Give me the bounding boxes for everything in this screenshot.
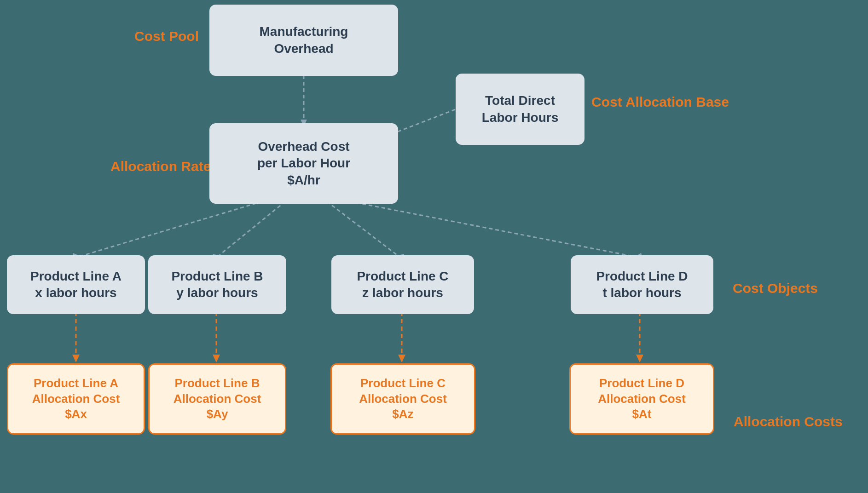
product-line-c-box: Product Line Cz labor hours bbox=[331, 255, 474, 314]
diagram: Cost Pool ManufacturingOverhead Total Di… bbox=[0, 0, 868, 493]
product-line-a-box: Product Line Ax labor hours bbox=[7, 255, 145, 314]
alloc-d-box: Product Line DAllocation Cost$At bbox=[569, 363, 714, 435]
alloc-c-box: Product Line CAllocation Cost$Az bbox=[330, 363, 475, 435]
overhead-cost-box: Overhead Costper Labor Hour$A/hr bbox=[209, 123, 398, 204]
product-line-b-box: Product Line By labor hours bbox=[148, 255, 286, 314]
allocation-rate-label: Allocation Rate bbox=[110, 159, 211, 174]
svg-line-10 bbox=[350, 201, 640, 258]
svg-line-8 bbox=[327, 201, 400, 258]
alloc-b-box: Product Line BAllocation Cost$Ay bbox=[148, 363, 286, 435]
total-direct-labor-box: Total DirectLabor Hours bbox=[456, 74, 584, 145]
svg-marker-15 bbox=[213, 355, 220, 362]
alloc-d-text: Product Line DAllocation Cost$At bbox=[598, 376, 686, 422]
product-line-a-text: Product Line Ax labor hours bbox=[30, 268, 122, 302]
cost-pool-label: Cost Pool bbox=[134, 29, 199, 44]
alloc-c-text: Product Line CAllocation Cost$Az bbox=[359, 376, 447, 422]
product-line-c-text: Product Line Cz labor hours bbox=[357, 268, 448, 302]
product-line-d-text: Product Line Dt labor hours bbox=[596, 268, 688, 302]
alloc-a-text: Product Line AAllocation Cost$Ax bbox=[32, 376, 120, 422]
alloc-b-text: Product Line BAllocation Cost$Ay bbox=[174, 376, 261, 422]
svg-marker-13 bbox=[72, 355, 80, 362]
manufacturing-overhead-box: ManufacturingOverhead bbox=[209, 5, 398, 76]
alloc-a-box: Product Line AAllocation Cost$Ax bbox=[7, 363, 145, 435]
overhead-cost-text: Overhead Costper Labor Hour$A/hr bbox=[257, 138, 350, 189]
total-direct-labor-text: Total DirectLabor Hours bbox=[482, 92, 558, 126]
product-line-b-text: Product Line By labor hours bbox=[171, 268, 263, 302]
cost-objects-label: Cost Objects bbox=[733, 281, 818, 296]
svg-line-6 bbox=[216, 201, 285, 258]
svg-marker-17 bbox=[398, 355, 405, 362]
cost-allocation-base-label: Cost Allocation Base bbox=[591, 94, 729, 110]
svg-marker-19 bbox=[636, 355, 643, 362]
product-line-d-box: Product Line Dt labor hours bbox=[571, 255, 713, 314]
svg-line-4 bbox=[76, 201, 262, 258]
manufacturing-overhead-text: ManufacturingOverhead bbox=[260, 23, 348, 57]
allocation-costs-label: Allocation Costs bbox=[734, 414, 843, 430]
